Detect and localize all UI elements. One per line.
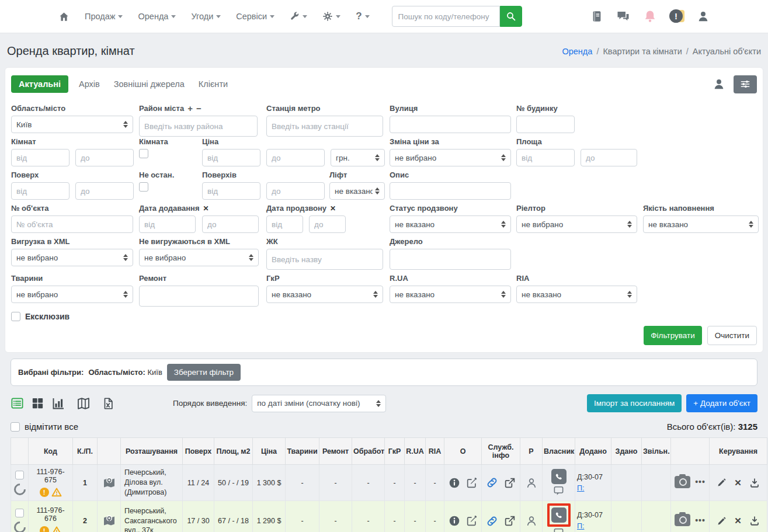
date-call-from-input[interactable]: [266, 215, 303, 233]
chart-view-icon[interactable]: [51, 397, 65, 411]
xml-excluded-select[interactable]: не вибрано: [139, 249, 259, 266]
ria-select[interactable]: не вказано: [516, 286, 637, 303]
edit-icon[interactable]: [466, 515, 478, 527]
rua-select[interactable]: не вказано: [390, 286, 511, 303]
not-last-checkbox[interactable]: [139, 182, 148, 192]
realtor-person-icon[interactable]: [526, 516, 537, 524]
realtor-person-icon[interactable]: [526, 478, 537, 486]
lift-select[interactable]: не вказано: [329, 182, 385, 200]
edit-icon[interactable]: [466, 477, 478, 489]
pets-select[interactable]: не вибрано: [11, 286, 133, 303]
floors-from-input[interactable]: [202, 182, 260, 200]
info-icon[interactable]: [449, 477, 460, 489]
import-by-link-button[interactable]: Імпорт за посиланням: [587, 394, 682, 412]
edit-object-icon[interactable]: [717, 516, 727, 526]
object-code[interactable]: 111-976-675: [30, 468, 71, 484]
date-added-to-input[interactable]: [202, 215, 259, 233]
floors-to-input[interactable]: [266, 182, 325, 200]
save-filter-button[interactable]: Зберегти фільтр: [167, 364, 241, 381]
map-view-icon[interactable]: [76, 397, 91, 411]
download-icon[interactable]: [749, 516, 760, 526]
exclusive-checkbox[interactable]: [11, 312, 20, 321]
download-icon[interactable]: [749, 478, 760, 488]
clear-date-call-icon[interactable]: ✕: [330, 204, 336, 213]
object-id-input[interactable]: [11, 215, 133, 233]
street-input[interactable]: [390, 116, 511, 133]
call-date-link[interactable]: П:: [577, 483, 609, 494]
price-change-select[interactable]: не вибрано: [390, 149, 511, 166]
clear-date-added-icon[interactable]: ✕: [203, 204, 209, 213]
gkr-select[interactable]: не вказано: [266, 286, 383, 303]
nav-services[interactable]: Сервіси: [236, 12, 274, 21]
agent-icon[interactable]: [713, 78, 725, 91]
link-icon[interactable]: [486, 515, 498, 527]
date-call-to-input[interactable]: [309, 215, 346, 233]
call-owner-icon[interactable]: [551, 507, 567, 523]
complex-input[interactable]: [266, 249, 383, 270]
filter-settings-button[interactable]: [734, 75, 757, 93]
floor-to-input[interactable]: [75, 182, 134, 200]
messages-icon[interactable]: [616, 9, 631, 23]
metro-input[interactable]: [266, 116, 383, 137]
tab-external-sources[interactable]: Зовнішні джерела: [114, 79, 185, 89]
nav-rent[interactable]: Оренда: [138, 12, 176, 21]
address-book-icon[interactable]: [590, 10, 603, 23]
nav-settings-menu[interactable]: [322, 11, 340, 22]
realtor-select[interactable]: не вибрано: [516, 215, 637, 233]
area-from-input[interactable]: [516, 149, 575, 166]
tab-archive[interactable]: Архів: [79, 79, 100, 89]
nav-sale[interactable]: Продаж: [85, 12, 123, 21]
more-actions-icon[interactable]: •••: [695, 477, 706, 486]
building-input[interactable]: [516, 116, 575, 133]
link-icon[interactable]: [486, 477, 498, 489]
profile-icon[interactable]: [697, 10, 710, 23]
select-all-checkbox[interactable]: [11, 422, 20, 432]
home-icon[interactable]: [58, 11, 69, 22]
grid-view-icon[interactable]: [31, 397, 44, 410]
breadcrumb-rent-link[interactable]: Оренда: [562, 47, 592, 56]
xml-upload-select[interactable]: не вибрано: [11, 249, 133, 266]
clear-button[interactable]: Очистити: [707, 326, 757, 345]
alerts-icon[interactable]: !: [669, 9, 684, 23]
notifications-bell-icon[interactable]: [643, 9, 657, 23]
add-object-button[interactable]: + Додати об'єкт: [686, 394, 757, 412]
comment-icon[interactable]: [553, 485, 564, 496]
rooms-to-input[interactable]: [75, 149, 134, 166]
repair-input[interactable]: [139, 286, 259, 307]
area-to-input[interactable]: [581, 149, 637, 166]
call-status-select[interactable]: не вказано: [390, 215, 511, 233]
info-icon[interactable]: [449, 515, 460, 527]
quality-select[interactable]: не вказано: [643, 215, 759, 233]
external-link-icon[interactable]: [504, 515, 516, 527]
more-actions-icon[interactable]: •••: [695, 516, 706, 525]
district-input[interactable]: [139, 116, 258, 137]
comment-icon[interactable]: [553, 527, 564, 532]
single-room-checkbox[interactable]: [139, 149, 148, 158]
nav-tools-menu[interactable]: [290, 12, 307, 22]
delete-icon[interactable]: ✕: [734, 516, 742, 526]
source-input[interactable]: [390, 249, 511, 270]
search-input[interactable]: [392, 6, 500, 27]
photos-icon[interactable]: [675, 514, 690, 526]
row-checkbox[interactable]: [15, 471, 24, 479]
call-date-link[interactable]: П:: [577, 521, 609, 532]
call-owner-icon[interactable]: [551, 469, 567, 484]
tab-actual[interactable]: Актуальні: [11, 75, 68, 93]
tab-clients[interactable]: Клієнти: [199, 79, 228, 89]
map-marker-icon[interactable]: [102, 516, 116, 524]
object-code[interactable]: 111-976-676: [30, 506, 71, 523]
map-marker-icon[interactable]: [102, 478, 116, 486]
region-select[interactable]: Київ: [11, 116, 133, 133]
edit-object-icon[interactable]: [717, 478, 727, 488]
price-from-input[interactable]: [202, 149, 260, 166]
floor-from-input[interactable]: [11, 182, 69, 200]
row-checkbox[interactable]: [15, 509, 24, 517]
nav-deals[interactable]: Угоди: [191, 12, 221, 21]
nav-help-menu[interactable]: ?: [356, 11, 369, 22]
price-to-input[interactable]: [266, 149, 325, 166]
excel-export-icon[interactable]: [102, 397, 114, 411]
photos-icon[interactable]: [675, 476, 690, 488]
filter-button[interactable]: Фільтрувати: [644, 326, 701, 345]
description-input[interactable]: [390, 182, 511, 200]
remove-district-icon[interactable]: −: [196, 106, 201, 112]
